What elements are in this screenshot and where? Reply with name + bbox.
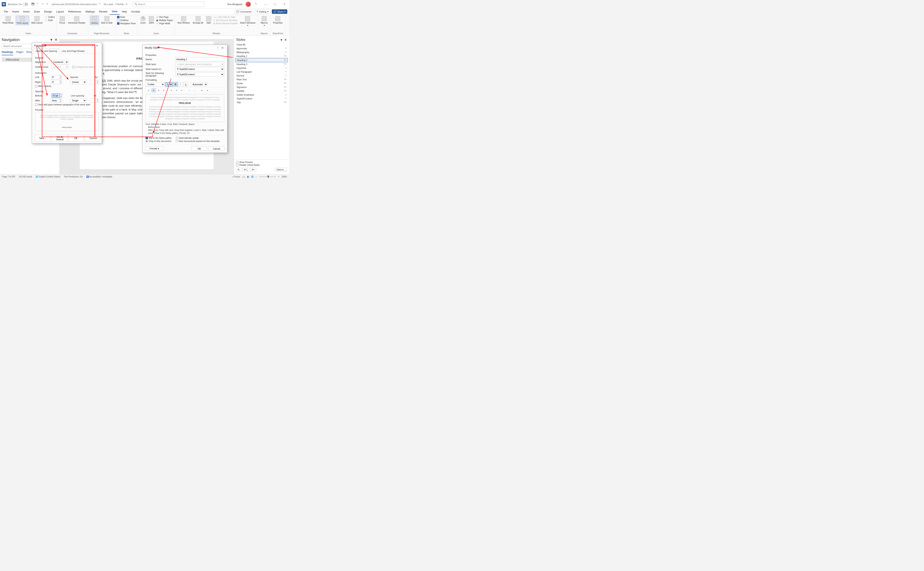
- accessibility[interactable]: ♿ Accessibility: Investigate: [86, 176, 113, 178]
- help-icon[interactable]: ?: [92, 45, 93, 47]
- style-item[interactable]: Title⁋a: [235, 100, 288, 104]
- dont-add-space-checkbox[interactable]: Don't add space between paragraphs of th…: [35, 103, 99, 106]
- tab-help[interactable]: Help: [120, 9, 129, 14]
- style-item[interactable]: Heading 3⁋a: [235, 62, 288, 66]
- align-right-icon[interactable]: ≡: [156, 88, 161, 93]
- tab-insert[interactable]: Insert: [21, 9, 32, 14]
- zoom-100-button[interactable]: 100%: [148, 16, 155, 25]
- switch-windows-button[interactable]: Switch Windows ▾: [239, 16, 256, 27]
- bold-button[interactable]: B: [173, 82, 178, 87]
- set-default-button[interactable]: Set As Default: [52, 135, 68, 142]
- cancel-button[interactable]: Cancel: [208, 147, 225, 151]
- tab-view[interactable]: View: [110, 9, 120, 15]
- focus-mode[interactable]: ▭ Focus: [232, 176, 240, 178]
- styles-close-icon[interactable]: ✕: [284, 38, 287, 42]
- manage-styles-button[interactable]: A✎: [250, 168, 256, 172]
- properties-button[interactable]: Properties: [272, 16, 284, 25]
- indent-right-input[interactable]: ▲▼: [51, 80, 62, 84]
- language[interactable]: 🌐 English (United States): [35, 176, 60, 178]
- indent-left-input[interactable]: ▲▼: [51, 75, 62, 79]
- ruler-checkbox[interactable]: Ruler: [117, 16, 136, 19]
- line-spacing-15-icon[interactable]: ≡: [174, 88, 179, 93]
- view-read-icon[interactable]: 📖: [242, 176, 245, 178]
- at-input[interactable]: ▲▼: [90, 99, 99, 103]
- tabs-button[interactable]: Tabs...: [35, 135, 50, 142]
- outline-level-select[interactable]: Level 2: [52, 65, 69, 69]
- align-center-icon[interactable]: ≡: [151, 88, 156, 93]
- macros-button[interactable]: Macros ▾: [260, 16, 268, 27]
- tab-design[interactable]: Design: [42, 9, 54, 14]
- search-input[interactable]: 🔍 Search: [133, 2, 205, 7]
- style-item[interactable]: Hyperlinka: [235, 66, 288, 70]
- style-item[interactable]: Quote⁋a: [235, 82, 288, 85]
- decrease-indent-icon[interactable]: ⇤: [200, 88, 204, 93]
- increase-indent-icon[interactable]: ⇥: [205, 88, 210, 93]
- style-item[interactable]: Task03Content¶: [235, 97, 288, 100]
- zoom-slider[interactable]: [259, 176, 276, 177]
- by-input[interactable]: ▲▼: [90, 80, 99, 84]
- align-justify-icon[interactable]: ≡: [162, 88, 166, 93]
- draft-button[interactable]: 📄 Draft: [45, 19, 55, 22]
- web-layout-button[interactable]: Web Layout: [30, 16, 43, 25]
- split-button[interactable]: Split: [205, 16, 212, 25]
- line-spacing-select[interactable]: Single: [70, 99, 86, 103]
- font-color-select[interactable]: Automatic: [191, 82, 208, 86]
- zoom-button[interactable]: 🔍Zoom: [139, 16, 147, 25]
- print-layout-button[interactable]: Print Layout: [16, 16, 29, 25]
- tab-file[interactable]: File: [2, 9, 10, 14]
- page-count[interactable]: Page 7 of 297: [2, 176, 15, 178]
- special-indent-select[interactable]: (none): [70, 80, 86, 84]
- editing-button[interactable]: ✎ Editing ▾: [255, 9, 270, 14]
- style-item[interactable]: Signature⁋a: [235, 85, 288, 89]
- page-width-button[interactable]: ↔ Page Width: [156, 22, 173, 25]
- disable-linked-checkbox[interactable]: Disable Linked Styles: [236, 164, 287, 167]
- style-type-select[interactable]: Linked (paragraph and character): [175, 62, 224, 66]
- spacing-before-input[interactable]: ▲▼: [52, 94, 63, 98]
- style-item[interactable]: Subtitle⁋a: [235, 89, 288, 93]
- ok-button[interactable]: OK: [191, 147, 207, 151]
- multiple-pages-button[interactable]: ▦ Multiple Pages: [156, 19, 173, 22]
- nav-tab-pages[interactable]: Pages: [16, 51, 23, 55]
- side-by-side-button[interactable]: ▭▭ View Side by Side: [213, 16, 238, 19]
- style-name-input[interactable]: [175, 57, 224, 62]
- read-mode-button[interactable]: Read Mode: [2, 16, 14, 25]
- redo-icon[interactable]: ↷: [42, 3, 45, 6]
- horizontal-ruler[interactable]: [60, 36, 234, 40]
- ok-button[interactable]: OK: [68, 135, 84, 142]
- tab-home[interactable]: Home: [10, 9, 21, 14]
- zoom-level[interactable]: 100%: [281, 176, 287, 178]
- help-icon[interactable]: ?: [217, 46, 219, 49]
- style-item[interactable]: List Paragraph¶: [235, 70, 288, 74]
- line-spacing-2-icon[interactable]: ≡: [179, 88, 184, 93]
- add-gallery-checkbox[interactable]: Add to the Styles gallery: [146, 137, 172, 139]
- share-button[interactable]: 🔗 Share ▾: [272, 9, 287, 14]
- tab-layout[interactable]: Layout: [54, 9, 66, 14]
- comments-button[interactable]: 💬 Comments: [234, 9, 253, 14]
- style-item[interactable]: Bibliography¶: [235, 50, 288, 54]
- space-after-icon[interactable]: ↕: [192, 88, 197, 93]
- view-print-icon[interactable]: ▦: [247, 176, 249, 178]
- cancel-button[interactable]: Cancel: [85, 135, 101, 142]
- style-inspector-button[interactable]: A🔍: [242, 168, 250, 172]
- style-item[interactable]: Heading 1⁋a: [235, 54, 288, 58]
- italic-button[interactable]: I: [178, 82, 183, 87]
- save-icon[interactable]: 💾: [31, 3, 35, 6]
- focus-button[interactable]: Focus: [59, 16, 66, 25]
- show-preview-checkbox[interactable]: Show Preview: [236, 161, 287, 164]
- side-to-side-button[interactable]: Side to Side: [100, 16, 114, 25]
- underline-button[interactable]: U: [184, 82, 188, 87]
- style-item[interactable]: Heading 2⁋a: [235, 58, 288, 62]
- format-button[interactable]: Format ▾: [145, 147, 164, 151]
- line-spacing-1-icon[interactable]: ≡: [169, 88, 174, 93]
- zoom-in-icon[interactable]: +: [278, 176, 279, 178]
- space-before-icon[interactable]: ↕: [187, 88, 192, 93]
- align-left-icon[interactable]: ≡: [146, 88, 151, 93]
- nav-tab-headings[interactable]: Headings: [2, 51, 13, 55]
- tab-draw[interactable]: Draw: [32, 9, 42, 14]
- nav-collapse-icon[interactable]: ▾: [50, 38, 52, 42]
- font-size-select[interactable]: 13: [165, 82, 173, 86]
- word-count[interactable]: 147143 words: [19, 176, 32, 178]
- options-button[interactable]: Options...: [275, 168, 287, 172]
- spacing-after-input[interactable]: ▲▼: [51, 99, 62, 103]
- vertical-button[interactable]: Vertical: [90, 16, 99, 25]
